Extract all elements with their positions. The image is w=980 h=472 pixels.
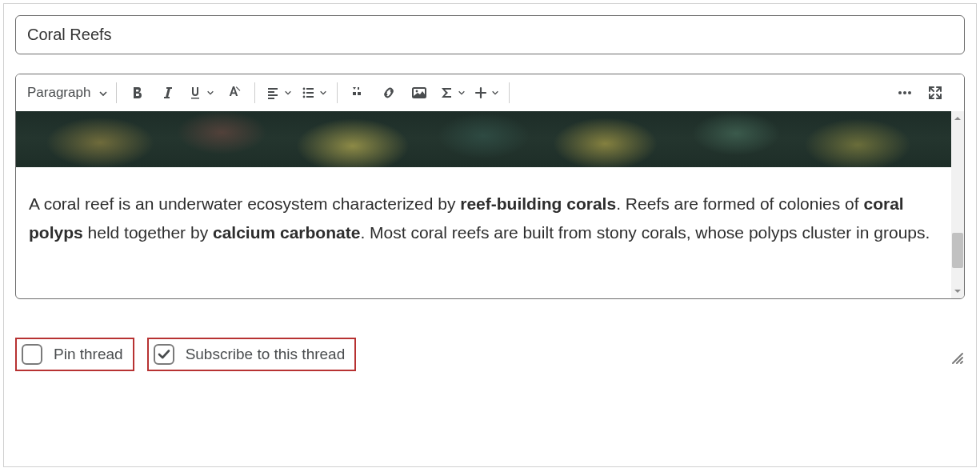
align-button[interactable]: [265, 82, 292, 104]
svg-point-0: [303, 88, 306, 90]
scroll-down-arrow-icon[interactable]: [953, 286, 962, 296]
scroll-up-arrow-icon[interactable]: [953, 114, 962, 123]
chevron-down-icon: [319, 89, 327, 97]
insert-stuff-button[interactable]: [347, 82, 370, 104]
editor-content-area[interactable]: A coral reef is an underwater ecosystem …: [16, 111, 964, 298]
pin-thread-label: Pin thread: [54, 346, 123, 363]
pin-thread-option[interactable]: Pin thread: [15, 338, 134, 371]
form-panel: Paragraph: [3, 3, 977, 467]
toolbar-separator: [509, 82, 510, 103]
fullscreen-button[interactable]: [924, 82, 946, 104]
underline-button[interactable]: [187, 82, 214, 104]
chevron-down-icon: [98, 89, 106, 97]
chevron-down-icon: [284, 89, 292, 97]
italic-button[interactable]: [157, 82, 179, 104]
chevron-down-icon: [491, 89, 499, 97]
thread-options: Pin thread Subscribe to this thread: [15, 338, 965, 371]
insert-image-button[interactable]: [408, 82, 430, 104]
chevron-down-icon: [206, 89, 214, 97]
svg-point-4: [416, 90, 418, 93]
bold-button[interactable]: [126, 82, 149, 104]
editor-toolbar: Paragraph: [16, 74, 964, 111]
svg-point-1: [303, 92, 306, 94]
paragraph-style-label: Paragraph: [27, 85, 90, 101]
insert-more-button[interactable]: [474, 82, 499, 104]
svg-point-7: [908, 91, 911, 94]
svg-point-2: [303, 96, 306, 98]
thread-title-input[interactable]: [15, 15, 965, 54]
chevron-down-icon: [458, 89, 466, 97]
more-actions-button[interactable]: [894, 82, 916, 104]
svg-point-5: [898, 91, 902, 94]
body-paragraph[interactable]: A coral reef is an underwater ecosystem …: [16, 167, 951, 259]
subscribe-thread-label: Subscribe to this thread: [186, 346, 346, 363]
paragraph-style-select[interactable]: Paragraph: [27, 82, 106, 104]
coral-reef-image: [16, 111, 951, 167]
resize-handle-icon[interactable]: [950, 351, 965, 369]
vertical-scrollbar[interactable]: [951, 111, 964, 298]
svg-point-6: [903, 91, 906, 94]
pin-thread-checkbox[interactable]: [22, 344, 42, 365]
scroll-thumb[interactable]: [952, 233, 963, 268]
equation-button[interactable]: [438, 82, 466, 104]
list-button[interactable]: [300, 82, 327, 104]
subscribe-thread-checkbox[interactable]: [154, 344, 174, 365]
text-color-button[interactable]: [222, 82, 245, 104]
rich-text-editor: Paragraph: [15, 74, 965, 299]
subscribe-thread-option[interactable]: Subscribe to this thread: [147, 338, 357, 371]
insert-link-button[interactable]: [378, 82, 400, 104]
